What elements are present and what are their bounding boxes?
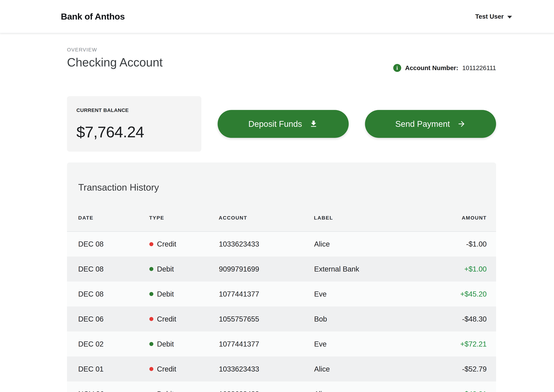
txn-type-label: Debit bbox=[157, 340, 174, 348]
current-balance-card: CURRENT BALANCE $7,764.24 bbox=[67, 96, 201, 152]
transaction-row: DEC 08Credit1033623433Alice-$1.00 bbox=[67, 231, 496, 257]
transaction-history-card: Transaction History DATE TYPE ACCOUNT LA… bbox=[67, 162, 496, 392]
transaction-history-title: Transaction History bbox=[67, 182, 496, 193]
txn-date-cell: DEC 02 bbox=[67, 331, 149, 357]
txn-amount-cell: -$48.30 bbox=[411, 307, 496, 331]
txn-date-cell: DEC 08 bbox=[67, 231, 149, 257]
page-title: Checking Account bbox=[67, 56, 163, 69]
transaction-row: DEC 02Debit1077441377Eve+$72.21 bbox=[67, 331, 496, 357]
red-dot-icon bbox=[149, 367, 153, 371]
green-dot-icon bbox=[149, 292, 153, 296]
txn-type-label: Credit bbox=[157, 365, 176, 373]
txn-label-cell: Alice bbox=[314, 231, 411, 257]
txn-date-cell: DEC 01 bbox=[67, 357, 149, 381]
txn-type-cell: Credit bbox=[149, 231, 219, 257]
txn-account-cell: 9099791699 bbox=[219, 257, 314, 281]
column-header-amount: AMOUNT bbox=[411, 201, 496, 231]
txn-amount-cell: +$43.31 bbox=[411, 381, 496, 392]
user-menu-label: Test User bbox=[475, 13, 504, 20]
txn-account-cell: 1033623433 bbox=[219, 231, 314, 257]
txn-date-cell: DEC 06 bbox=[67, 307, 149, 331]
account-number-value: 1011226111 bbox=[462, 64, 496, 71]
txn-account-cell: 1033623433 bbox=[219, 357, 314, 381]
txn-type-cell: Debit bbox=[149, 331, 219, 357]
txn-type-label: Debit bbox=[157, 265, 174, 273]
column-header-type: TYPE bbox=[149, 201, 219, 231]
account-number-label: Account Number: bbox=[405, 64, 458, 71]
txn-amount-cell: -$1.00 bbox=[411, 231, 496, 257]
txn-type-cell: Debit bbox=[149, 257, 219, 281]
txn-type-cell: Credit bbox=[149, 357, 219, 381]
transaction-table-header: DATE TYPE ACCOUNT LABEL AMOUNT bbox=[67, 201, 496, 231]
green-dot-icon bbox=[149, 267, 153, 271]
overview-eyebrow: OVERVIEW bbox=[67, 47, 163, 53]
txn-type-cell: Debit bbox=[149, 281, 219, 307]
red-dot-icon bbox=[149, 317, 153, 321]
overview-title-block: OVERVIEW Checking Account bbox=[67, 47, 163, 77]
column-header-account: ACCOUNT bbox=[219, 201, 314, 231]
transaction-row: DEC 01Credit1033623433Alice-$52.79 bbox=[67, 357, 496, 381]
top-navbar: Bank of Anthos Test User bbox=[0, 0, 554, 33]
arrow-right-icon bbox=[457, 119, 466, 128]
txn-account-cell: 1077441377 bbox=[219, 331, 314, 357]
transaction-row: DEC 08Debit9099791699External Bank+$1.00 bbox=[67, 257, 496, 281]
txn-account-cell: 1033623433 bbox=[219, 381, 314, 392]
transaction-row: DEC 06Credit1055757655Bob-$48.30 bbox=[67, 307, 496, 331]
main-content: OVERVIEW Checking Account Account Number… bbox=[0, 33, 554, 392]
current-balance-label: CURRENT BALANCE bbox=[76, 107, 192, 113]
txn-date-cell: NOV 26 bbox=[67, 381, 149, 392]
txn-amount-cell: +$72.21 bbox=[411, 331, 496, 357]
txn-amount-cell: -$52.79 bbox=[411, 357, 496, 381]
send-payment-label: Send Payment bbox=[395, 119, 450, 129]
send-payment-button[interactable]: Send Payment bbox=[365, 110, 496, 138]
txn-type-label: Debit bbox=[157, 390, 174, 392]
txn-type-label: Credit bbox=[157, 315, 176, 323]
brand-logo[interactable]: Bank of Anthos bbox=[61, 11, 125, 21]
green-dot-icon bbox=[149, 342, 153, 346]
overview-header-row: OVERVIEW Checking Account Account Number… bbox=[67, 47, 496, 77]
txn-label-cell: Eve bbox=[314, 331, 411, 357]
transaction-row: NOV 26Debit1033623433Alice+$43.31 bbox=[67, 381, 496, 392]
red-dot-icon bbox=[149, 242, 153, 246]
txn-type-label: Debit bbox=[157, 290, 174, 298]
txn-label-cell: External Bank bbox=[314, 257, 411, 281]
column-header-date: DATE bbox=[67, 201, 149, 231]
txn-amount-cell: +$1.00 bbox=[411, 257, 496, 281]
deposit-funds-button[interactable]: Deposit Funds bbox=[218, 110, 349, 138]
transaction-table-body: DEC 08Credit1033623433Alice-$1.00DEC 08D… bbox=[67, 231, 496, 392]
txn-date-cell: DEC 08 bbox=[67, 281, 149, 307]
column-header-label: LABEL bbox=[314, 201, 411, 231]
user-menu-button[interactable]: Test User bbox=[475, 13, 512, 20]
transaction-row: DEC 08Debit1077441377Eve+$45.20 bbox=[67, 281, 496, 307]
txn-account-cell: 1077441377 bbox=[219, 281, 314, 307]
account-number-group: Account Number: 1011226111 bbox=[393, 64, 496, 72]
transaction-table: DATE TYPE ACCOUNT LABEL AMOUNT DEC 08Cre… bbox=[67, 201, 496, 392]
txn-type-cell: Debit bbox=[149, 381, 219, 392]
txn-label-cell: Alice bbox=[314, 357, 411, 381]
txn-type-label: Credit bbox=[157, 240, 176, 248]
txn-account-cell: 1055757655 bbox=[219, 307, 314, 331]
txn-amount-cell: +$45.20 bbox=[411, 281, 496, 307]
chevron-down-icon bbox=[507, 16, 512, 19]
download-icon bbox=[309, 119, 318, 128]
deposit-funds-label: Deposit Funds bbox=[248, 119, 302, 129]
txn-date-cell: DEC 08 bbox=[67, 257, 149, 281]
txn-label-cell: Eve bbox=[314, 281, 411, 307]
txn-type-cell: Credit bbox=[149, 307, 219, 331]
info-icon[interactable] bbox=[393, 64, 401, 72]
txn-label-cell: Alice bbox=[314, 381, 411, 392]
current-balance-amount: $7,764.24 bbox=[76, 123, 192, 141]
txn-label-cell: Bob bbox=[314, 307, 411, 331]
balance-actions-row: CURRENT BALANCE $7,764.24 Deposit Funds … bbox=[67, 96, 496, 152]
